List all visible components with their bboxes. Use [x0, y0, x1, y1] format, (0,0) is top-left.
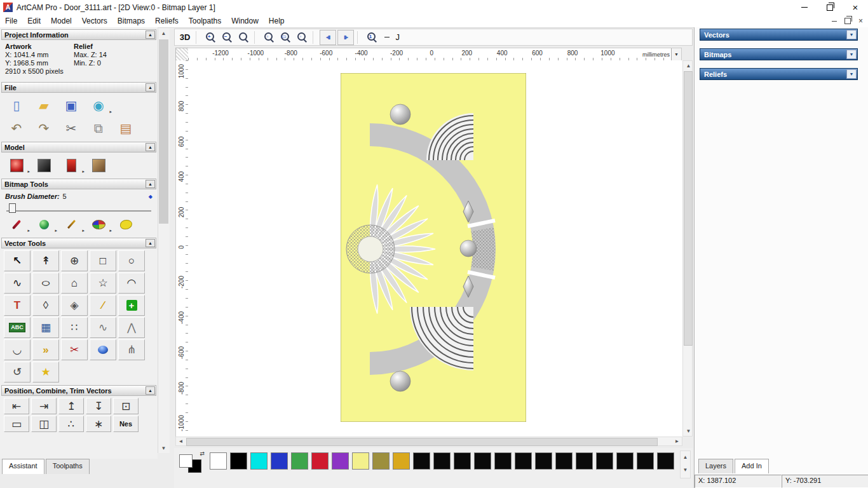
node-editing-tool[interactable]: ↟ — [32, 250, 59, 271]
palette-swatch-purple[interactable] — [332, 452, 349, 470]
mdi-restore-icon[interactable] — [844, 18, 851, 24]
star-wizard-tool[interactable]: ★ — [32, 362, 59, 383]
primary-colour-swatch[interactable] — [179, 454, 193, 468]
colour-blend-icon[interactable]: ▸ — [31, 214, 57, 235]
palette-swatch-black-11[interactable] — [596, 452, 613, 470]
create-diamond-tool[interactable]: ◈ — [61, 295, 88, 316]
flyout-arrow-icon[interactable]: ▸ — [82, 169, 85, 174]
swap-colours-icon[interactable]: ⇄ — [200, 451, 205, 457]
slider-thumb[interactable] — [9, 203, 16, 213]
menu-bitmaps[interactable]: Bitmaps — [112, 15, 150, 27]
block-copy-tool[interactable]: + — [118, 295, 145, 316]
menu-help[interactable]: Help — [264, 15, 290, 27]
align-right-icon[interactable]: ⇥ — [31, 398, 57, 414]
fit-polyline-tool[interactable]: ⋀ — [118, 317, 145, 338]
palette-swatch-black-12[interactable] — [616, 452, 634, 470]
spline-tool[interactable]: ⋔ — [118, 339, 145, 360]
vectors-dropdown-icon[interactable]: ▼ — [846, 30, 857, 39]
tab-add-in[interactable]: Add In — [735, 459, 769, 473]
align-bottom-icon[interactable]: ↧ — [86, 398, 111, 414]
drawing-viewport[interactable] — [188, 60, 682, 437]
brush-diameter-slider[interactable] — [6, 203, 151, 212]
center-in-page-icon[interactable]: ⊡ — [113, 398, 139, 414]
palette-swatch-black-7[interactable] — [515, 452, 532, 470]
menu-file[interactable]: File — [0, 15, 22, 27]
mdi-close-icon[interactable]: × — [858, 17, 863, 26]
palette-swatch-black-3[interactable] — [433, 452, 451, 470]
menu-edit[interactable]: Edit — [22, 15, 46, 27]
create-text-tool[interactable]: T — [4, 295, 31, 316]
flyout-arrow-icon[interactable]: ▸ — [27, 169, 30, 174]
interactive-distortion-tool[interactable] — [90, 339, 116, 360]
scrollbar-thumb[interactable] — [684, 71, 693, 346]
scroll-down-icon[interactable]: ▼ — [681, 464, 690, 477]
zoom-previous-button[interactable] — [236, 30, 251, 44]
align-top-icon[interactable]: ↥ — [58, 398, 84, 414]
door-artwork[interactable] — [341, 73, 526, 422]
vertical-scrollbar[interactable]: ▲ ▼ — [682, 60, 693, 437]
previous-bitmap-layer-button[interactable]: ◂▮ — [320, 30, 336, 45]
trim-vectors-tool[interactable]: ✂ — [61, 339, 88, 360]
align-vertical-icon[interactable]: ◫ — [31, 416, 57, 432]
scroll-up-icon[interactable]: ▲ — [158, 29, 169, 38]
collapse-button[interactable]: ▲ — [146, 180, 155, 188]
flyout-arrow-icon[interactable]: ▸ — [27, 228, 30, 233]
fit-curve-tool[interactable]: ∿ — [90, 317, 116, 338]
palette-swatch-olive[interactable] — [372, 452, 390, 470]
save-model-icon[interactable]: ▣ — [58, 95, 84, 116]
palette-swatch-cyan[interactable] — [250, 452, 268, 470]
units-dropdown[interactable]: ▼ — [671, 48, 681, 60]
scroll-left-icon[interactable]: ◄ — [176, 437, 186, 445]
create-circle-tool[interactable]: ○ — [118, 250, 145, 271]
greyscale-view-icon[interactable] — [31, 154, 57, 176]
wrap-text-tool[interactable]: ◊ — [32, 295, 59, 316]
select-vectors-tool[interactable]: ↖ — [4, 250, 31, 271]
primary-secondary-colour[interactable]: ⇄ — [179, 452, 203, 473]
block-replicate-icon[interactable]: ∗ — [86, 416, 111, 432]
vector-grid-tool[interactable]: ▦ — [32, 317, 59, 338]
flood-fill-icon[interactable] — [113, 214, 139, 235]
scroll-up-icon[interactable]: ▲ — [683, 61, 694, 71]
scatter-points-tool[interactable]: ∷ — [61, 317, 88, 338]
scroll-up-icon[interactable]: ▲ — [681, 451, 690, 464]
paste-along-curve-icon[interactable]: ∴ — [58, 416, 84, 432]
mdi-minimize-icon[interactable] — [832, 21, 837, 22]
new-model-icon[interactable]: ▯ — [4, 95, 29, 116]
align-horizontal-icon[interactable]: ▭ — [4, 416, 29, 432]
transform-vectors-tool[interactable]: ⊕ — [61, 250, 88, 271]
collapse-button[interactable]: ▲ — [146, 143, 155, 151]
collapse-button[interactable]: ▲ — [146, 386, 155, 395]
palette-swatch-black-2[interactable] — [413, 452, 430, 470]
bitmaps-dropdown-icon[interactable]: ▼ — [846, 50, 857, 59]
palette-swatch-black-13[interactable] — [637, 452, 654, 470]
fillet-tool[interactable]: ◡ — [4, 339, 31, 360]
bitmaps-panel-header[interactable]: Bitmaps ▼ — [700, 48, 858, 60]
cut-icon[interactable]: ✂ — [58, 118, 84, 139]
collapse-button[interactable]: ▲ — [146, 83, 155, 92]
palette-swatch-black-5[interactable] — [474, 452, 491, 470]
palette-swatch-pale-yellow[interactable] — [352, 452, 369, 470]
next-bitmap-layer-button[interactable]: ▮▸ — [337, 30, 354, 45]
tab-layers[interactable]: Layers — [698, 459, 733, 473]
create-star-tool[interactable]: ☆ — [90, 273, 116, 294]
zoom-out-button[interactable]: − — [219, 30, 234, 44]
assistant-scrollbar[interactable]: ▲ ▼ — [158, 29, 170, 453]
model-properties-icon[interactable]: ▸ — [4, 154, 29, 176]
join-vectors-tool[interactable]: » — [32, 339, 59, 360]
zoom-in-button[interactable]: + — [203, 30, 218, 44]
undo-icon[interactable]: ↶ — [4, 118, 29, 139]
collapse-button[interactable]: ▲ — [146, 239, 155, 247]
paste-icon[interactable]: ▤ — [113, 118, 139, 139]
redo-icon[interactable]: ↷ — [31, 118, 57, 139]
collapse-button[interactable]: ▲ — [146, 30, 155, 39]
scrollbar-thumb[interactable] — [186, 438, 658, 446]
flyout-arrow-icon[interactable]: ▸ — [109, 228, 112, 233]
create-rectangle-tool[interactable]: □ — [90, 250, 116, 271]
palette-swatch-black-9[interactable] — [555, 452, 573, 470]
menu-reliefs[interactable]: Reliefs — [150, 15, 184, 27]
scroll-down-icon[interactable]: ▼ — [683, 426, 694, 436]
minimize-button[interactable] — [792, 0, 817, 15]
create-polygon-tool[interactable]: ⌂ — [61, 273, 88, 294]
relief-clipart-icon[interactable]: ▸ — [58, 154, 84, 176]
colour-palette-icon[interactable]: ▸ — [86, 214, 111, 235]
